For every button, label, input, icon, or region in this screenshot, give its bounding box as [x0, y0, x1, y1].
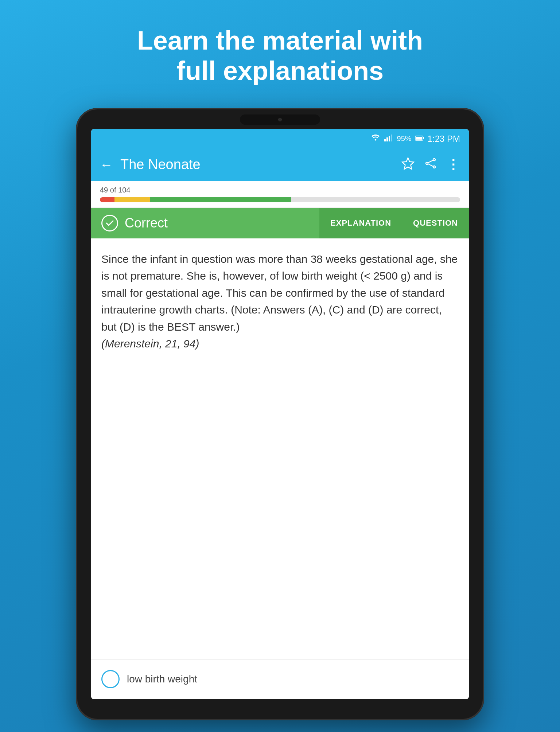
correct-section: Correct: [91, 215, 319, 231]
svg-point-9: [426, 162, 428, 164]
explanation-citation: (Merenstein, 21, 94): [101, 338, 199, 350]
back-button[interactable]: ←: [100, 157, 113, 172]
svg-rect-5: [416, 137, 422, 140]
svg-marker-7: [402, 158, 414, 169]
more-button[interactable]: ⋮: [447, 157, 460, 172]
answer-text: low birth weight: [127, 673, 197, 685]
answer-circle[interactable]: [101, 670, 120, 688]
battery-icon: [415, 135, 424, 143]
header-title: The Neonate: [120, 157, 394, 172]
explanation-body-text: Since the infant in question was more th…: [101, 253, 458, 333]
progress-label: 49 of 104: [100, 186, 460, 194]
svg-line-11: [428, 160, 433, 163]
content-area: Since the infant in question was more th…: [91, 238, 469, 360]
headline-line1: Learn the material with: [137, 26, 423, 55]
svg-point-8: [433, 159, 435, 161]
page-headline: Learn the material with full explanation…: [108, 26, 452, 86]
svg-line-12: [428, 164, 433, 167]
header-actions: ⋮: [401, 157, 460, 172]
progress-area: 49 of 104: [91, 181, 469, 208]
svg-rect-6: [423, 137, 424, 139]
camera-dot: [278, 118, 282, 121]
bottom-answer: low birth weight: [91, 659, 469, 699]
progress-yellow: [114, 197, 151, 202]
check-circle-icon: [101, 215, 118, 231]
tab-question[interactable]: QUESTION: [402, 208, 469, 238]
share-button[interactable]: [425, 157, 436, 172]
app-header: ← The Neonate ⋮: [91, 149, 469, 181]
battery-percent: 95%: [397, 135, 412, 143]
svg-rect-2: [389, 136, 390, 141]
tablet-top-bar: [240, 114, 320, 125]
headline-line2: full explanations: [176, 56, 384, 85]
svg-rect-0: [384, 139, 386, 141]
correct-text: Correct: [125, 215, 168, 231]
correct-banner: Correct EXPLANATION QUESTION: [91, 208, 469, 238]
screen: 95% 1:23 PM ← The Neonate: [91, 129, 469, 699]
status-bar: 95% 1:23 PM: [91, 129, 469, 149]
svg-rect-1: [386, 137, 388, 141]
progress-track: [100, 197, 460, 202]
device-wrapper: 95% 1:23 PM ← The Neonate: [76, 108, 484, 720]
progress-green: [150, 197, 291, 202]
status-icons: 95% 1:23 PM: [371, 134, 460, 144]
wifi-icon: [371, 134, 380, 143]
tab-explanation[interactable]: EXPLANATION: [319, 208, 402, 238]
svg-rect-3: [391, 135, 392, 141]
signal-icon: [384, 134, 393, 143]
star-button[interactable]: [401, 157, 415, 172]
status-time: 1:23 PM: [428, 134, 460, 144]
svg-point-10: [433, 166, 435, 168]
explanation-body: Since the infant in question was more th…: [101, 251, 459, 353]
progress-red: [100, 197, 114, 202]
